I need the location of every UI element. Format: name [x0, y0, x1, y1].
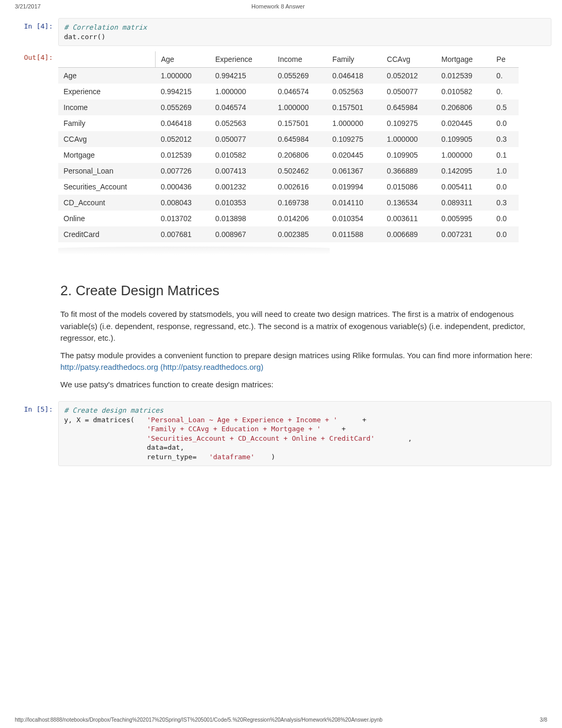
- code-line: dat.corr(): [64, 33, 105, 41]
- table-cell: 0.: [491, 84, 519, 99]
- table-cell: 0.206806: [273, 147, 327, 163]
- table-cell: 0.055269: [156, 99, 210, 115]
- table-cell: 0.109275: [327, 131, 382, 147]
- table-cell: 0.994215: [156, 84, 210, 99]
- table-cell: 0.169738: [273, 195, 327, 211]
- table-cell: 0.645984: [382, 99, 436, 115]
- table-row-header: Experience: [58, 84, 156, 99]
- table-cell: 0.3: [491, 131, 519, 147]
- correlation-table: AgeExperienceIncomeFamilyCCAvgMortgagePe…: [58, 51, 519, 242]
- table-row: CD_Account0.0080430.0103530.1697380.0141…: [58, 195, 519, 211]
- table-cell: 1.0: [491, 163, 519, 179]
- table-cell: 0.012539: [436, 68, 491, 84]
- table-cell: 0.006689: [382, 226, 436, 242]
- table-cell: 0.366889: [382, 163, 436, 179]
- table-col-header: Income: [273, 51, 327, 68]
- code5-l1a: y, X = dmatrices(: [64, 416, 147, 424]
- table-cell: 0.142095: [436, 163, 491, 179]
- table-row-header: Online: [58, 211, 156, 226]
- code5-l2c: +: [321, 425, 346, 433]
- table-row: Securities_Account0.0004360.0012320.0026…: [58, 179, 519, 195]
- table-row-header: Securities_Account: [58, 179, 156, 195]
- table-cell: 0.014110: [327, 195, 382, 211]
- table-cell: 0.0: [491, 115, 519, 131]
- table-row: Age1.0000000.9942150.0552690.0464180.052…: [58, 68, 519, 84]
- table-cell: 0.020445: [436, 115, 491, 131]
- table-cell: 1.000000: [327, 115, 382, 131]
- table-cell: 0.008043: [156, 195, 210, 211]
- table-row: Experience0.9942151.0000000.0465740.0525…: [58, 84, 519, 99]
- cell-out-4: Out[4]: AgeExperienceIncomeFamilyCCAvgMo…: [11, 49, 551, 259]
- code-input-5[interactable]: # Create design matrices y, X = dmatrice…: [58, 401, 551, 466]
- code5-l3b: 'Securities_Account + CD_Account + Onlin…: [147, 434, 375, 442]
- table-cell: 0.050077: [382, 84, 436, 99]
- table-cell: 1.000000: [156, 68, 210, 84]
- table-cell: 0.: [491, 68, 519, 84]
- table-cell: 0.109905: [382, 147, 436, 163]
- table-cell: 0.061367: [327, 163, 382, 179]
- table-cell: 1.000000: [210, 84, 273, 99]
- table-row: Family0.0464180.0525630.1575011.0000000.…: [58, 115, 519, 131]
- prompt-out-4: Out[4]:: [11, 49, 58, 259]
- patsy-link[interactable]: http://patsy.readthedocs.org (http://pat…: [60, 362, 264, 371]
- section-heading: 2. Create Design Matrices: [60, 280, 549, 301]
- code-comment: # Correlation matrix: [64, 23, 147, 31]
- table-cell: 0.011588: [327, 226, 382, 242]
- table-cell: 0.007681: [156, 226, 210, 242]
- section-p2: The patsy module provides a convenient f…: [60, 350, 549, 374]
- code5-l5b: 'dataframe': [209, 453, 255, 461]
- table-cell: 0.019994: [327, 179, 382, 195]
- table-row-header: CreditCard: [58, 226, 156, 242]
- table-row-header: Mortgage: [58, 147, 156, 163]
- prompt-in-5: In [5]:: [11, 401, 58, 466]
- code5-l1b: 'Personal_Loan ~ Age + Experience + Inco…: [147, 416, 338, 424]
- table-cell: 0.157501: [273, 115, 327, 131]
- table-cell: 1.000000: [436, 147, 491, 163]
- table-cell: 0.052563: [327, 84, 382, 99]
- table-cell: 0.014206: [273, 211, 327, 226]
- table-cell: 0.0: [491, 226, 519, 242]
- table-cell: 0.010582: [210, 147, 273, 163]
- table-cell: 0.008967: [210, 226, 273, 242]
- table-cell: 0.109905: [436, 131, 491, 147]
- output-table-wrap: AgeExperienceIncomeFamilyCCAvgMortgagePe…: [58, 49, 551, 247]
- section-p2-text: The patsy module provides a convenient f…: [60, 351, 532, 360]
- code-input-4[interactable]: # Correlation matrix dat.corr(): [58, 18, 551, 46]
- table-cell: 0.502462: [273, 163, 327, 179]
- section-p3: We use patsy's dmatrices function to cre…: [60, 379, 549, 391]
- code5-l5c: ): [255, 453, 275, 461]
- table-cell: 0.994215: [210, 68, 273, 84]
- table-cell: 0.052012: [382, 68, 436, 84]
- table-cell: 0.046574: [273, 84, 327, 99]
- table-col-header: Pe: [491, 51, 519, 68]
- table-cell: 1.000000: [273, 99, 327, 115]
- table-cell: 0.020445: [327, 147, 382, 163]
- table-cell: 0.3: [491, 195, 519, 211]
- table-cell: 0.010353: [210, 195, 273, 211]
- footer-url: http://localhost:8888/notebooks/Dropbox/…: [15, 717, 383, 723]
- table-cell: 0.052012: [156, 131, 210, 147]
- table-cell: 0.5: [491, 99, 519, 115]
- table-cell: 0.013702: [156, 211, 210, 226]
- table-cell: 0.157501: [327, 99, 382, 115]
- table-cell: 0.015086: [382, 179, 436, 195]
- table-cell: 0.055269: [273, 68, 327, 84]
- table-cell: 0.005995: [436, 211, 491, 226]
- footer-page: 3/8: [540, 717, 547, 723]
- table-col-header: Age: [156, 51, 210, 68]
- table-col-header: Mortgage: [436, 51, 491, 68]
- table-cell: 0.007231: [436, 226, 491, 242]
- code5-l3c: ,: [375, 434, 412, 442]
- table-cell: 0.013898: [210, 211, 273, 226]
- table-cell: 0.089311: [436, 195, 491, 211]
- table-cell: 0.003611: [382, 211, 436, 226]
- cell-markdown: 2. Create Design Matrices To fit most of…: [11, 262, 551, 398]
- table-cell: 0.010582: [436, 84, 491, 99]
- table-cell: 0.1: [491, 147, 519, 163]
- section-p1: To fit most of the models covered by sta…: [60, 308, 549, 344]
- table-row: Online0.0137020.0138980.0142060.0103540.…: [58, 211, 519, 226]
- overflow-fade: [541, 49, 551, 247]
- code5-l4: data=dat,: [64, 443, 184, 451]
- table-row: Personal_Loan0.0077260.0074130.5024620.0…: [58, 163, 519, 179]
- table-cell: 0.109275: [382, 115, 436, 131]
